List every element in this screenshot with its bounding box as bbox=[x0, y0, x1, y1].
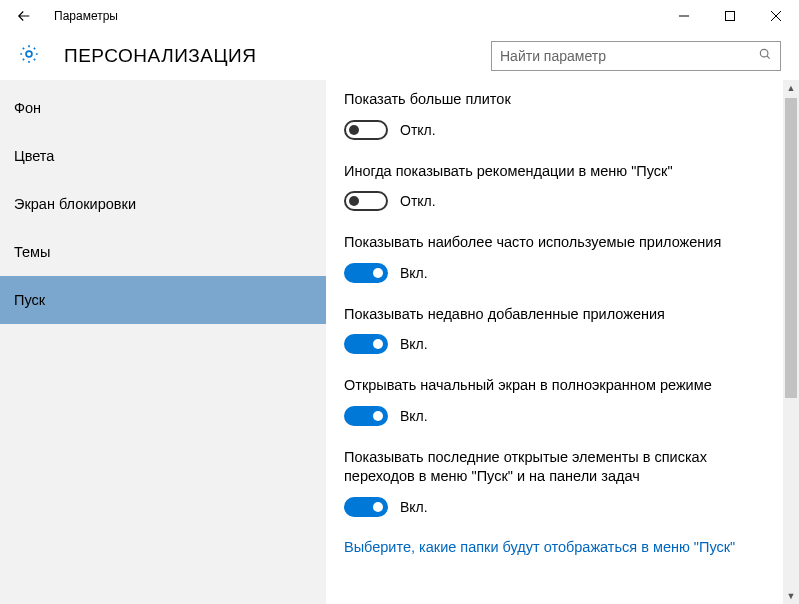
setting-label: Открывать начальный экран в полноэкранно… bbox=[344, 376, 775, 396]
sidebar-item-0[interactable]: Фон bbox=[0, 84, 326, 132]
toggle-knob bbox=[373, 502, 383, 512]
setting-label: Иногда показывать рекомендации в меню "П… bbox=[344, 162, 775, 182]
gear-icon bbox=[18, 43, 40, 69]
svg-rect-1 bbox=[726, 12, 735, 21]
toggle-row: Вкл. bbox=[344, 497, 775, 517]
toggle-knob bbox=[373, 268, 383, 278]
back-arrow-icon bbox=[15, 7, 33, 25]
minimize-button[interactable] bbox=[661, 0, 707, 32]
window-controls bbox=[661, 0, 799, 32]
folders-link[interactable]: Выберите, какие папки будут отображаться… bbox=[344, 539, 775, 555]
toggle-knob bbox=[349, 196, 359, 206]
setting-4: Открывать начальный экран в полноэкранно… bbox=[344, 376, 775, 426]
setting-label: Показывать последние открытые элементы в… bbox=[344, 448, 775, 487]
toggle-state-label: Вкл. bbox=[400, 499, 428, 515]
toggle-state-label: Откл. bbox=[400, 193, 436, 209]
toggle-knob bbox=[349, 125, 359, 135]
body: ФонЦветаЭкран блокировкиТемыПуск Показат… bbox=[0, 80, 799, 604]
header: ПЕРСОНАЛИЗАЦИЯ bbox=[0, 32, 799, 80]
minimize-icon bbox=[679, 11, 689, 21]
titlebar: Параметры bbox=[0, 0, 799, 32]
sidebar-item-label: Экран блокировки bbox=[14, 196, 136, 212]
search-icon bbox=[758, 47, 772, 65]
toggle-switch[interactable] bbox=[344, 263, 388, 283]
maximize-button[interactable] bbox=[707, 0, 753, 32]
setting-0: Показать больше плитокОткл. bbox=[344, 90, 775, 140]
toggle-row: Вкл. bbox=[344, 263, 775, 283]
toggle-row: Вкл. bbox=[344, 406, 775, 426]
setting-2: Показывать наиболее часто используемые п… bbox=[344, 233, 775, 283]
toggle-row: Откл. bbox=[344, 191, 775, 211]
toggle-state-label: Откл. bbox=[400, 122, 436, 138]
search-box[interactable] bbox=[491, 41, 781, 71]
toggle-state-label: Вкл. bbox=[400, 408, 428, 424]
sidebar-item-label: Фон bbox=[14, 100, 41, 116]
sidebar-item-3[interactable]: Темы bbox=[0, 228, 326, 276]
sidebar-item-label: Темы bbox=[14, 244, 51, 260]
sidebar-item-label: Пуск bbox=[14, 292, 45, 308]
toggle-row: Откл. bbox=[344, 120, 775, 140]
setting-label: Показать больше плиток bbox=[344, 90, 775, 110]
scrollbar-thumb[interactable] bbox=[785, 98, 797, 398]
page-title: ПЕРСОНАЛИЗАЦИЯ bbox=[64, 45, 491, 67]
sidebar: ФонЦветаЭкран блокировкиТемыПуск bbox=[0, 80, 326, 604]
content-pane: Показать больше плитокОткл.Иногда показы… bbox=[326, 80, 799, 604]
scrollbar-up-icon[interactable]: ▲ bbox=[783, 80, 799, 96]
svg-point-5 bbox=[760, 49, 768, 57]
toggle-switch[interactable] bbox=[344, 120, 388, 140]
toggle-knob bbox=[373, 339, 383, 349]
sidebar-item-1[interactable]: Цвета bbox=[0, 132, 326, 180]
sidebar-item-label: Цвета bbox=[14, 148, 54, 164]
toggle-switch[interactable] bbox=[344, 334, 388, 354]
toggle-row: Вкл. bbox=[344, 334, 775, 354]
setting-label: Показывать недавно добавленные приложени… bbox=[344, 305, 775, 325]
scrollbar[interactable]: ▲ ▼ bbox=[783, 80, 799, 604]
back-button[interactable] bbox=[8, 0, 40, 32]
svg-line-6 bbox=[767, 56, 770, 59]
setting-3: Показывать недавно добавленные приложени… bbox=[344, 305, 775, 355]
setting-5: Показывать последние открытые элементы в… bbox=[344, 448, 775, 517]
close-icon bbox=[771, 11, 781, 21]
setting-1: Иногда показывать рекомендации в меню "П… bbox=[344, 162, 775, 212]
close-button[interactable] bbox=[753, 0, 799, 32]
search-input[interactable] bbox=[500, 48, 758, 64]
toggle-switch[interactable] bbox=[344, 406, 388, 426]
toggle-switch[interactable] bbox=[344, 191, 388, 211]
setting-label: Показывать наиболее часто используемые п… bbox=[344, 233, 775, 253]
toggle-knob bbox=[373, 411, 383, 421]
sidebar-item-2[interactable]: Экран блокировки bbox=[0, 180, 326, 228]
scrollbar-down-icon[interactable]: ▼ bbox=[783, 588, 799, 604]
sidebar-item-4[interactable]: Пуск bbox=[0, 276, 326, 324]
toggle-state-label: Вкл. bbox=[400, 265, 428, 281]
toggle-switch[interactable] bbox=[344, 497, 388, 517]
svg-point-4 bbox=[26, 51, 32, 57]
toggle-state-label: Вкл. bbox=[400, 336, 428, 352]
window-title: Параметры bbox=[54, 9, 118, 23]
maximize-icon bbox=[725, 11, 735, 21]
